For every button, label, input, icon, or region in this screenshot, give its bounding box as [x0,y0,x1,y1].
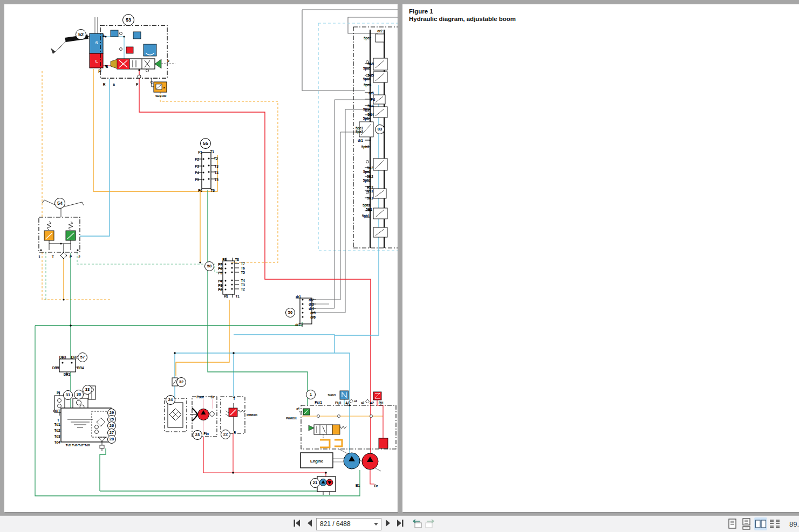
pdf-viewer-window: { "app": { "background": "#a6a6a6", "too… [0,0,799,532]
figure-caption: Figure 1 Hydraulic diagram, adjustable b… [409,8,516,23]
two-page-view-button[interactable] [754,517,767,530]
single-page-view-icon [727,518,738,530]
page-dropdown-caret-icon[interactable] [374,523,378,526]
page-number-input[interactable] [317,519,372,529]
previous-page-icon [306,519,313,527]
diagram-page [4,4,398,512]
previous-page-button[interactable] [306,519,316,528]
next-page-button[interactable] [384,519,394,528]
previous-view-icon [410,519,423,529]
scrolling-view-button[interactable] [740,517,753,530]
scrolling-view-icon [741,518,752,530]
first-page-button[interactable] [293,519,303,528]
single-page-view-button[interactable] [726,517,739,530]
zoom-level-text: 89. [789,520,799,528]
next-view-icon [424,519,437,529]
two-page-view-icon [755,518,767,530]
last-page-button[interactable] [395,519,405,528]
last-page-icon [395,519,404,527]
two-page-scrolling-view-button[interactable] [768,517,781,530]
figure-label: Figure 1 [409,8,516,15]
two-page-scrolling-view-icon [769,518,781,530]
first-page-icon [293,519,302,527]
caption-page [402,4,799,512]
next-view-button[interactable] [424,519,437,528]
page-select[interactable] [316,518,381,530]
previous-view-button[interactable] [410,519,423,528]
next-page-icon [384,519,392,527]
figure-title: Hydraulic diagram, adjustable boom [409,15,516,23]
